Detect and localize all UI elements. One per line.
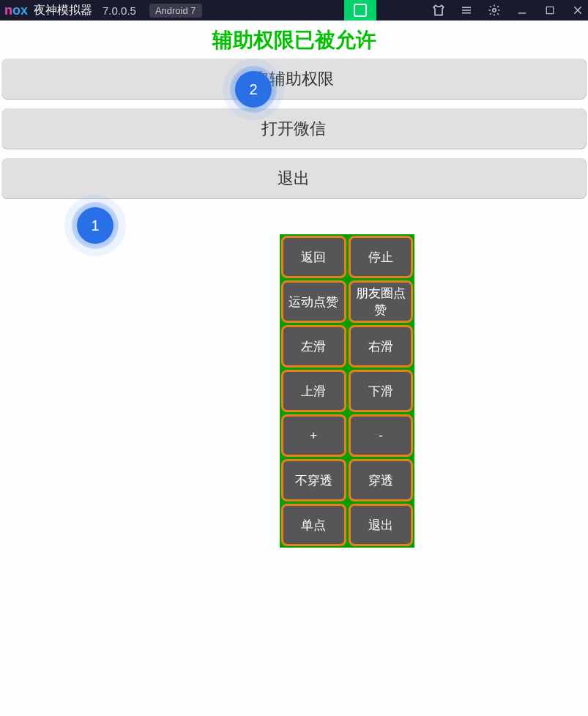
app-version: 7.0.0.5 <box>103 4 136 17</box>
stop-button[interactable]: 停止 <box>349 236 414 278</box>
main-button-group: 取辅助权限 打开微信 退出 <box>0 57 588 201</box>
nox-logo: nox <box>4 3 28 18</box>
gear-icon[interactable] <box>487 3 502 18</box>
exit-button[interactable]: 退出 <box>1 158 587 199</box>
panel-exit-button[interactable]: 退出 <box>349 504 414 546</box>
swipe-up-button[interactable]: 上滑 <box>281 370 346 412</box>
status-text: 辅助权限已被允许 <box>0 26 588 54</box>
menu-icon[interactable] <box>459 3 474 18</box>
grant-permission-button[interactable]: 取辅助权限 <box>1 59 587 100</box>
swipe-down-button[interactable]: 下滑 <box>349 370 414 412</box>
titlebar-controls <box>431 0 585 20</box>
passthrough-button[interactable]: 穿透 <box>349 459 414 501</box>
step-badge-2: 2 <box>230 66 277 113</box>
control-panel[interactable]: 返回 停止 运动点赞 朋友圈点赞 左滑 右滑 上滑 下滑 + - 不穿透 穿透 … <box>280 234 414 548</box>
svg-rect-5 <box>546 7 553 13</box>
emulator-titlebar: nox 夜神模拟器 7.0.0.5 Android 7 <box>0 0 588 20</box>
open-wechat-button[interactable]: 打开微信 <box>1 108 587 149</box>
plus-button[interactable]: + <box>281 414 346 457</box>
shirt-icon[interactable] <box>431 3 446 18</box>
swipe-left-button[interactable]: 左滑 <box>281 325 346 368</box>
svg-point-3 <box>493 9 496 12</box>
close-icon[interactable] <box>570 3 585 18</box>
maximize-icon[interactable] <box>543 3 557 18</box>
step-badge-1: 1 <box>72 202 119 249</box>
minus-button[interactable]: - <box>349 414 414 457</box>
android-badge: Android 7 <box>149 4 202 18</box>
back-button[interactable]: 返回 <box>281 236 346 278</box>
single-click-button[interactable]: 单点 <box>281 504 346 546</box>
sport-like-button[interactable]: 运动点赞 <box>281 280 346 323</box>
store-icon[interactable] <box>344 0 376 20</box>
moments-like-button[interactable]: 朋友圈点赞 <box>349 280 414 323</box>
app-name: 夜神模拟器 <box>34 3 92 18</box>
swipe-right-button[interactable]: 右滑 <box>349 325 414 368</box>
no-passthrough-button[interactable]: 不穿透 <box>281 459 346 501</box>
minimize-icon[interactable] <box>515 3 529 18</box>
